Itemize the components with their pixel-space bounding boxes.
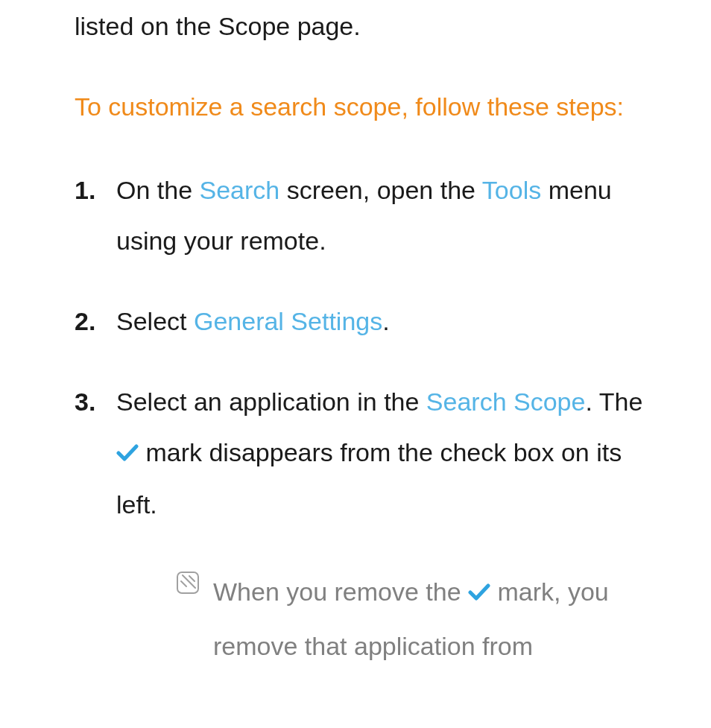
steps-list: 1. On the Search screen, open the Tools …: [75, 165, 666, 674]
step-2: 2. Select General Settings.: [75, 296, 666, 346]
step-text: Select an application in the: [116, 387, 426, 416]
tools-link: Tools: [482, 176, 541, 204]
step-text: . The: [585, 387, 642, 416]
note-icon: [176, 571, 200, 595]
general-settings-link: General Settings: [194, 307, 382, 335]
step-marker: 1.: [75, 165, 95, 215]
step-3: 3. Select an application in the Search S…: [75, 376, 666, 674]
step-1: 1. On the Search screen, open the Tools …: [75, 165, 666, 266]
step-text: mark disappears from the check box on it…: [116, 438, 622, 519]
manual-page: listed on the Scope page. To customize a…: [0, 7, 711, 674]
step-text: On the: [116, 176, 200, 204]
checkmark-icon: [116, 428, 139, 479]
section-heading: To customize a search scope, follow thes…: [75, 81, 666, 132]
step-marker: 3.: [75, 376, 95, 427]
step-text: screen, open the: [279, 176, 482, 204]
note-text: When you remove the: [213, 577, 468, 606]
step-marker: 2.: [75, 296, 95, 346]
checkmark-icon: [468, 567, 490, 620]
svg-rect-0: [177, 572, 198, 593]
search-scope-link: Search Scope: [426, 387, 586, 416]
intro-text: listed on the Scope page.: [75, 7, 666, 45]
search-link: Search: [200, 176, 280, 204]
step-text: .: [382, 307, 389, 335]
step-text: Select: [116, 307, 194, 335]
note-block: When you remove the mark, you remove tha…: [176, 566, 666, 674]
